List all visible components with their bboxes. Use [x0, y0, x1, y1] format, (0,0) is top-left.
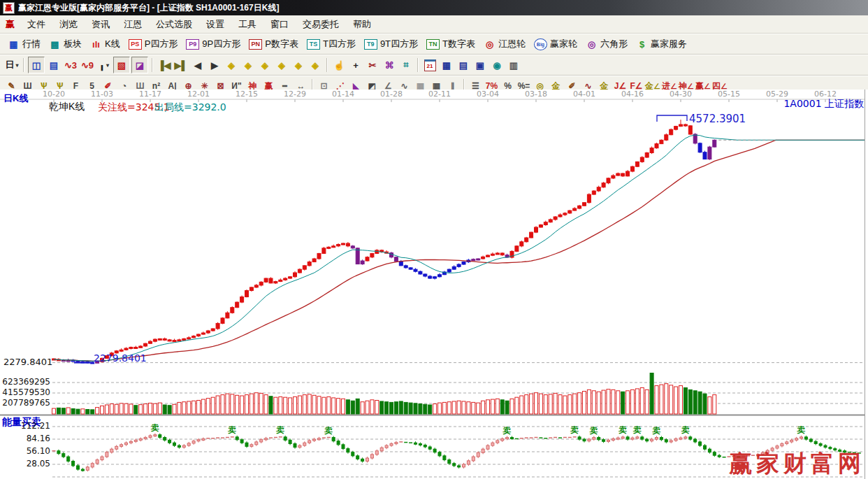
date-label: 02-11 — [428, 90, 451, 99]
tool-gann-grid-tool[interactable]: ⌗ — [398, 57, 414, 73]
tool-wave-9[interactable]: ∿9 — [80, 57, 95, 73]
tool-shift-left[interactable]: ◈ — [224, 57, 239, 73]
tool-save-web[interactable]: ◉ — [489, 57, 505, 73]
calculator-icon: ▦ — [442, 60, 451, 71]
toolbar-item-label: 江恩轮 — [498, 38, 526, 50]
chart-canvas[interactable]: 卖卖卖卖卖卖卖卖卖卖卖卖 — [0, 90, 868, 479]
toolbar-item-t-number[interactable]: TNT数字表 — [422, 36, 479, 52]
menu-item-江恩[interactable]: 江恩 — [117, 17, 149, 31]
menu-item-浏览[interactable]: 浏览 — [52, 17, 85, 31]
exit-line-label: 出局线=3292.0 — [154, 102, 226, 113]
toolbar-item-gann-wheel[interactable]: ◎江恩轮 — [479, 36, 530, 52]
sectors-icon: ▩ — [49, 38, 61, 50]
title-bar[interactable]: 赢 赢家江恩专业版[赢家内部服务平台] - [上证指数 SH1A0001-167… — [0, 0, 868, 15]
gann-box-tool-icon: ⌘ — [385, 60, 394, 71]
printer-icon: ▥ — [509, 60, 518, 71]
tool-notepad[interactable]: ▤ — [456, 57, 471, 73]
volume-axis-label-1: 623369295 — [1, 378, 50, 387]
toolbar-item-label: P数字表 — [265, 38, 298, 50]
date-label: 04-01 — [573, 90, 595, 99]
tool-zone-view[interactable]: ◫ — [28, 57, 45, 73]
tool-gann-box-tool[interactable]: ⌘ — [382, 57, 397, 73]
tool-crosshair[interactable]: + — [348, 57, 363, 73]
t-number-icon: TN — [426, 39, 440, 50]
winner-wheel-icon: Big — [534, 38, 547, 50]
toolbar-item-hexagon[interactable]: ◎六角形 — [581, 36, 632, 52]
date-label: 01-14 — [332, 90, 354, 99]
period-label[interactable]: 日K线 — [3, 94, 28, 103]
tool-nav-last[interactable]: ▶▌ — [173, 57, 189, 73]
date-label: 11-03 — [91, 90, 113, 99]
toolbar-item-winner-wheel[interactable]: Big赢家轮 — [530, 36, 581, 52]
window-title: 赢家江恩专业版[赢家内部服务平台] - [上证指数 SH1A0001-167日K… — [18, 2, 279, 14]
toolbar-item-winner-service[interactable]: $赢家服务 — [632, 36, 691, 52]
toolbar-item-quotes[interactable]: ▦行情 — [3, 36, 45, 52]
sell-marker: 卖 — [618, 425, 627, 435]
price-axis-low-label: 2279.8401 — [3, 357, 52, 367]
toolbar-item-p9-square[interactable]: P99P四方形 — [182, 36, 245, 52]
toolbar-item-label: 行情 — [22, 38, 41, 50]
tool-color-chart[interactable]: ◪ — [131, 57, 148, 73]
color-chart-icon: ◪ — [136, 60, 144, 71]
sell-marker: 卖 — [797, 425, 806, 435]
menu-item-设置[interactable]: 设置 — [199, 17, 231, 31]
tool-compress-all[interactable]: ◈ — [308, 57, 323, 73]
toolbar-item-label: K线 — [105, 38, 120, 50]
tool-pattern-view[interactable]: ▧ — [113, 57, 130, 73]
toolbar-item-t-square[interactable]: TST四方形 — [303, 36, 360, 52]
tool-compress-h[interactable]: ◈ — [274, 57, 289, 73]
tool-drag-hand[interactable]: ☝ — [331, 57, 347, 73]
menu-item-工具[interactable]: 工具 — [231, 17, 263, 31]
volume-axis-label-3: 207789765 — [1, 399, 50, 408]
candle-style-dropdown-icon: ╻ — [99, 60, 105, 71]
menu-item-文件[interactable]: 文件 — [20, 17, 52, 31]
zone-view-icon: ◫ — [32, 60, 41, 71]
toolbar-item-sectors[interactable]: ▩板块 — [45, 36, 86, 52]
expand-all-icon: ◈ — [295, 60, 302, 71]
tool-expand-all[interactable]: ◈ — [291, 57, 306, 73]
date-label: 05-15 — [718, 90, 740, 99]
tool-nav-first[interactable]: ▐◀ — [157, 57, 172, 73]
tool-calculator[interactable]: ▦ — [439, 57, 454, 73]
save-icon: ▣ — [476, 60, 484, 71]
kline-icon: ılı — [90, 38, 102, 50]
date-label: 03-04 — [477, 90, 499, 99]
toolbar-item-t9-square[interactable]: T99T四方形 — [360, 36, 422, 52]
sell-marker: 卖 — [502, 426, 512, 436]
tool-save[interactable]: ▣ — [472, 57, 488, 73]
tool-period-day-dropdown[interactable]: 日▾ — [4, 57, 20, 73]
sell-marker: 卖 — [150, 423, 159, 433]
toolbar-item-p-number[interactable]: PNP数字表 — [245, 36, 303, 52]
tool-measure[interactable]: ✂ — [365, 57, 380, 73]
toolbar-item-label: 9P四方形 — [202, 38, 240, 50]
date-label: 06-12 — [814, 90, 837, 99]
menu-item-公式选股[interactable]: 公式选股 — [149, 17, 199, 31]
date-label: 11-17 — [139, 90, 161, 99]
tool-expand-h[interactable]: ◈ — [257, 57, 273, 73]
nav-prev-icon: ◀ — [194, 60, 201, 71]
toolbar-item-p-square[interactable]: PSP四方形 — [124, 36, 182, 52]
date-label: 10-20 — [43, 90, 65, 99]
symbol-label[interactable]: 1A0001 上证指数 — [783, 99, 864, 109]
tool-nav-next[interactable]: ▶ — [207, 57, 222, 73]
dropdown-caret-icon: ▾ — [106, 62, 109, 69]
sell-marker: 卖 — [570, 425, 579, 435]
t9-square-icon: T9 — [364, 39, 377, 50]
p-number-icon: PN — [249, 39, 262, 50]
toolbar-separator — [23, 58, 24, 72]
toolbar-item-kline[interactable]: ılıK线 — [86, 36, 124, 52]
tool-shift-right[interactable]: ◈ — [240, 57, 256, 73]
tool-candle-style-dropdown[interactable]: ╻▾ — [96, 57, 112, 73]
menu-item-窗口[interactable]: 窗口 — [263, 17, 296, 31]
crosshair-icon: + — [353, 60, 359, 71]
tool-printer[interactable]: ▥ — [506, 57, 521, 73]
menu-item-交易委托[interactable]: 交易委托 — [296, 17, 346, 31]
menu-item-帮助[interactable]: 帮助 — [346, 17, 378, 31]
toolbar-separator — [417, 58, 419, 72]
toolbar-item-label: 六角形 — [600, 38, 628, 50]
tool-info-view[interactable]: ▤ — [46, 57, 62, 73]
tool-nav-prev[interactable]: ◀ — [190, 57, 205, 73]
tool-wave-3[interactable]: ∿3 — [63, 57, 78, 73]
tool-calendar[interactable]: 21 — [422, 57, 437, 73]
menu-item-资讯[interactable]: 资讯 — [85, 17, 117, 31]
